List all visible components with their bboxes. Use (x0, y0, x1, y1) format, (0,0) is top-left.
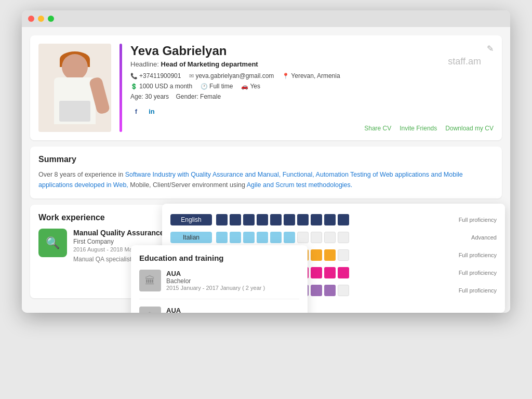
salary-icon: 💲 (130, 83, 138, 90)
edu-logo-1: 🏛 (139, 270, 161, 291)
work-job-title: Manual Quality Assurance S (73, 229, 171, 237)
language-row-italian: Italian Advanced (170, 232, 497, 243)
headline-value: Head of Marketing department (161, 60, 258, 68)
email-icon: ✉ (189, 73, 194, 79)
age-label: Age: (130, 93, 143, 100)
watermark: staff.am (448, 56, 481, 67)
language-level-russian: Full proficiency (450, 287, 497, 294)
lang-dot (324, 232, 336, 243)
lang-dot (338, 267, 349, 278)
jobtype-item: 🕐 Full time (201, 83, 233, 90)
lang-dot (230, 214, 241, 225)
profile-photo (38, 44, 111, 132)
lang-dot (270, 214, 282, 225)
edu-logo-2: 🏛 (139, 307, 161, 313)
location-value: Yerevan, Armenia (291, 72, 340, 79)
lang-dot (297, 214, 309, 225)
phone-item: 📞 +37411900901 (130, 72, 181, 79)
education-item-1: 🏛 AUA Bachelor 2015 January - 2017 Janua… (139, 270, 299, 299)
summary-text: Over 8 years of experience in Software I… (38, 169, 494, 190)
lang-dot (284, 232, 295, 243)
car-item: 🚗 Yes (241, 83, 260, 90)
lang-dot (243, 214, 255, 225)
lang-dot (230, 232, 241, 243)
language-dots-english (216, 214, 446, 225)
profile-salary-row: 💲 1000 USD a month 🕐 Full time 🚗 Yes (130, 83, 494, 90)
lang-dot (324, 249, 336, 261)
minimize-button[interactable] (38, 16, 44, 22)
close-button[interactable] (28, 16, 34, 22)
lang-dot (270, 232, 282, 243)
lang-dot (311, 214, 322, 225)
lang-dot (243, 232, 255, 243)
lang-dot (338, 285, 349, 296)
profile-card: Yeva Gabrielyan Headline: Head of Market… (30, 35, 502, 140)
car-value: Yes (250, 83, 260, 90)
profile-contact-row: 📞 +37411900901 ✉ yeva.gabrielyan@gmail.c… (130, 72, 494, 79)
work-logo-icon: 🔍 (46, 236, 60, 250)
lang-dot (311, 249, 322, 261)
lang-dot (324, 285, 336, 296)
location-icon: 📍 (282, 73, 289, 79)
salary-item: 💲 1000 USD a month (130, 83, 192, 90)
summary-title: Summary (38, 155, 494, 164)
linkedin-icon[interactable]: in (146, 105, 157, 117)
phone-value: +37411900901 (139, 72, 181, 79)
facebook-icon[interactable]: f (130, 105, 142, 117)
building-icon-2: 🏛 (145, 312, 155, 313)
page-content: Yeva Gabrielyan Headline: Head of Market… (22, 27, 510, 313)
language-row-english: English Full proficiency (170, 214, 497, 225)
headline-label: Headline: (130, 60, 159, 68)
language-level-italian: Advanced (450, 234, 497, 241)
share-cv-button[interactable]: Share CV (364, 125, 391, 132)
age-value: 30 years (145, 93, 169, 100)
clock-icon: 🕐 (201, 83, 208, 90)
profile-info: Yeva Gabrielyan Headline: Head of Market… (130, 44, 494, 117)
browser-titlebar (22, 10, 510, 27)
edu-details-1: AUA Bachelor 2015 January - 2017 January… (166, 270, 265, 291)
invite-friends-button[interactable]: Invite Friends (400, 125, 437, 132)
download-cv-button[interactable]: Download my CV (445, 125, 494, 132)
profile-name: Yeva Gabrielyan (130, 44, 494, 58)
lang-dot (338, 249, 349, 261)
salary-value: 1000 USD a month (139, 83, 192, 90)
language-dots-italian (216, 232, 446, 243)
lang-dot (284, 214, 295, 225)
location-item: 📍 Yerevan, Armenia (282, 72, 340, 79)
lang-dot (257, 214, 268, 225)
education-item-2: 🏛 AUA Master United States 2008 Septembe… (139, 307, 299, 313)
person-laptop (59, 101, 90, 122)
lang-dot (324, 267, 336, 278)
profile-accent-bar (119, 44, 122, 132)
profile-edit-button[interactable]: ✎ (487, 44, 494, 54)
phone-icon: 📞 (130, 73, 138, 79)
profile-age-row: Age: 30 years Gender: Female (130, 93, 494, 100)
language-level-estonian: Full proficiency (450, 252, 497, 258)
language-level-armenian: Full proficiency (450, 270, 497, 276)
car-icon: 🚗 (241, 83, 248, 90)
work-logo: 🔍 (38, 229, 67, 257)
lang-dot (324, 214, 336, 225)
edu-school-2: AUA (166, 307, 208, 313)
gender-label: Gender: (176, 93, 198, 100)
language-label-english: English (170, 214, 212, 225)
building-icon: 🏛 (145, 275, 155, 287)
lang-dot (311, 285, 322, 296)
person-head (62, 54, 88, 80)
lang-dot (216, 232, 228, 243)
email-value: yeva.gabrielyan@gmail.com (195, 72, 274, 79)
edu-school-1: AUA (166, 270, 265, 277)
lang-dot (297, 232, 309, 243)
gender-value: Female (200, 93, 221, 100)
profile-headline: Headline: Head of Marketing department (130, 60, 494, 68)
lang-dot (338, 232, 349, 243)
maximize-button[interactable] (48, 16, 54, 22)
lang-dot (216, 214, 228, 225)
summary-highlight-2: Agile and Scrum test methodologies. (247, 181, 353, 189)
person-figure (44, 49, 106, 132)
lang-dot (311, 232, 322, 243)
profile-actions: Share CV Invite Friends Download my CV (364, 125, 494, 132)
work-company: First Company (73, 238, 171, 245)
education-panel: Education and training 🏛 AUA Bachelor 20… (131, 245, 308, 313)
education-title: Education and training (139, 254, 299, 262)
